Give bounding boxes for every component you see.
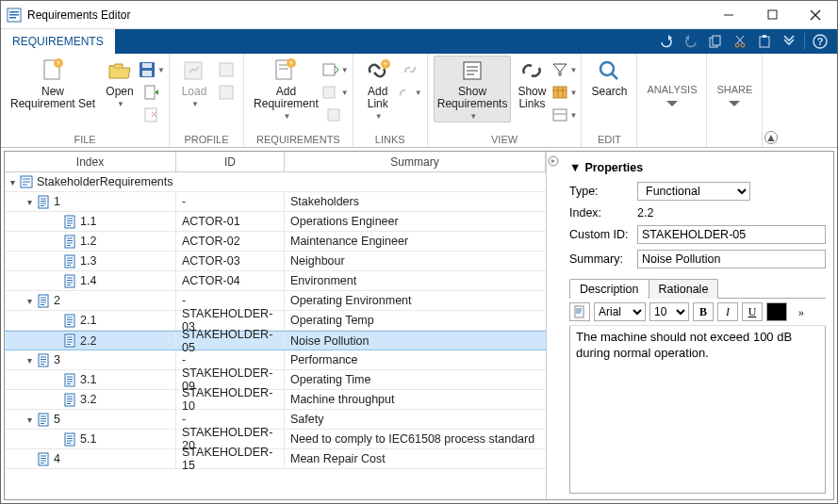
- tab-description[interactable]: Description: [569, 279, 649, 299]
- close-button[interactable]: [794, 1, 837, 29]
- table-row[interactable]: 1.1ACTOR-01Operations Engineer: [5, 212, 546, 232]
- maximize-button[interactable]: [750, 1, 794, 29]
- profile-btn-1[interactable]: [215, 59, 238, 80]
- column-header-summary[interactable]: Summary: [285, 152, 546, 171]
- svg-point-11: [741, 43, 745, 47]
- link-btn-1[interactable]: [399, 59, 421, 80]
- svg-rect-92: [65, 334, 74, 347]
- column-header-index[interactable]: Index: [5, 152, 176, 171]
- svg-point-51: [600, 62, 614, 75]
- open-button[interactable]: Open ▼: [101, 56, 139, 110]
- bold-button[interactable]: B: [693, 302, 714, 321]
- svg-rect-49: [553, 109, 567, 121]
- paste-button[interactable]: [753, 31, 776, 52]
- svg-rect-102: [65, 374, 74, 386]
- minimize-button[interactable]: [707, 1, 750, 29]
- table-row[interactable]: 1.4ACTOR-04Environment: [5, 271, 546, 291]
- svg-rect-23: [142, 71, 152, 76]
- editor-doc-icon[interactable]: [569, 302, 590, 321]
- new-requirement-set-button[interactable]: + New Requirement Set: [7, 56, 99, 112]
- show-links-button[interactable]: Show Links: [513, 56, 550, 112]
- close-doc-button[interactable]: [140, 105, 163, 125]
- underline-button[interactable]: U: [742, 302, 763, 321]
- group-label-edit: EDIT: [587, 134, 631, 147]
- tab-strip: REQUIREMENTS ?: [1, 29, 837, 54]
- save-button[interactable]: ▼: [140, 59, 163, 80]
- table-row[interactable]: 1.3ACTOR-03Neighbour: [5, 252, 546, 271]
- tab-rationale[interactable]: Rationale: [649, 279, 719, 299]
- editor-toolbar: Arial 10 B I U »: [569, 299, 826, 326]
- table-row[interactable]: 2.2STAKEHOLDER-05Noise Pollution: [5, 331, 546, 350]
- req-btn-2[interactable]: ▼: [324, 82, 347, 103]
- columns-button[interactable]: ▼: [552, 82, 575, 103]
- svg-rect-117: [65, 433, 74, 446]
- view-btn-3[interactable]: ▼: [552, 105, 575, 125]
- font-color-button[interactable]: [766, 302, 787, 321]
- column-header-id[interactable]: ID: [176, 152, 285, 171]
- analysis-button[interactable]: ANALYSIS: [643, 82, 700, 108]
- italic-button[interactable]: I: [717, 302, 738, 321]
- type-select[interactable]: Functional: [637, 182, 750, 201]
- svg-text:+: +: [383, 59, 387, 69]
- table-row[interactable]: 1.2ACTOR-02Maintenance Engineer: [5, 232, 546, 252]
- help-button[interactable]: ?: [809, 31, 831, 52]
- svg-rect-2: [9, 14, 19, 16]
- link-btn-2[interactable]: ▼: [399, 82, 421, 103]
- svg-rect-107: [65, 394, 74, 406]
- svg-rect-36: [323, 64, 335, 75]
- editor-more-button[interactable]: »: [791, 302, 812, 321]
- svg-rect-112: [39, 414, 48, 426]
- add-link-button[interactable]: + Add Link▼: [359, 56, 397, 122]
- overflow-button[interactable]: [778, 31, 800, 52]
- svg-rect-22: [142, 63, 152, 68]
- custom-id-input[interactable]: [637, 225, 826, 244]
- index-label: Index:: [569, 206, 637, 219]
- svg-text:+: +: [289, 58, 294, 68]
- group-label-view: VIEW: [434, 134, 576, 147]
- app-icon: [7, 8, 22, 23]
- summary-label: Summary:: [569, 252, 637, 266]
- svg-rect-72: [65, 255, 74, 268]
- svg-rect-30: [220, 86, 233, 99]
- table-row[interactable]: ▾1-Stakeholders: [5, 192, 546, 212]
- search-button[interactable]: Search: [587, 56, 631, 100]
- content-area: Index ID Summary ▾StakeholderRequirement…: [4, 151, 834, 500]
- svg-rect-45: [553, 87, 567, 98]
- svg-rect-82: [39, 295, 48, 307]
- add-requirement-button[interactable]: + Add Requirement▼: [250, 56, 322, 122]
- tree-header: Index ID Summary: [5, 152, 546, 172]
- description-textarea[interactable]: The machine should not exceed 100 dB dur…: [569, 326, 826, 494]
- group-label-links: LINKS: [359, 134, 421, 147]
- undo-button[interactable]: [655, 31, 678, 52]
- ribbon-collapse-icon[interactable]: ▲: [764, 131, 778, 144]
- pane-toggle[interactable]: [547, 152, 560, 499]
- svg-rect-87: [65, 315, 74, 327]
- ribbon: + New Requirement Set Open ▼ ▼ FILE Load…: [1, 54, 837, 148]
- svg-line-13: [737, 36, 744, 43]
- req-btn-1[interactable]: ▼: [324, 59, 347, 80]
- table-row[interactable]: 3.2STAKEHOLDER-10Machine throughput: [5, 390, 546, 410]
- import-button[interactable]: [140, 82, 163, 103]
- tab-requirements[interactable]: REQUIREMENTS: [1, 29, 115, 54]
- tree-root-row[interactable]: ▾StakeholderRequirements: [5, 172, 546, 192]
- share-button[interactable]: SHARE: [713, 82, 756, 108]
- svg-rect-122: [39, 453, 48, 465]
- custom-id-label: Custom ID:: [569, 228, 637, 241]
- req-btn-3[interactable]: [324, 105, 347, 125]
- group-label-file: FILE: [7, 134, 163, 147]
- table-row[interactable]: 4STAKEHOLDER-15Mean Repair Cost: [5, 449, 546, 469]
- cut-button[interactable]: [729, 31, 751, 52]
- load-profile-button[interactable]: Load▼: [175, 56, 213, 110]
- summary-input[interactable]: [637, 250, 826, 268]
- profile-btn-2[interactable]: [215, 82, 238, 103]
- show-requirements-button[interactable]: Show Requirements▼: [434, 56, 512, 122]
- svg-rect-24: [145, 86, 155, 99]
- tree-body[interactable]: ▾StakeholderRequirements▾1-Stakeholders1…: [5, 172, 546, 499]
- font-name-select[interactable]: Arial: [594, 302, 646, 321]
- svg-rect-128: [575, 306, 583, 317]
- redo-button[interactable]: [680, 31, 702, 52]
- filter-button[interactable]: ▼: [552, 59, 575, 80]
- font-size-select[interactable]: 10: [649, 302, 689, 321]
- svg-text:?: ?: [817, 36, 824, 47]
- copy-button[interactable]: [704, 31, 727, 52]
